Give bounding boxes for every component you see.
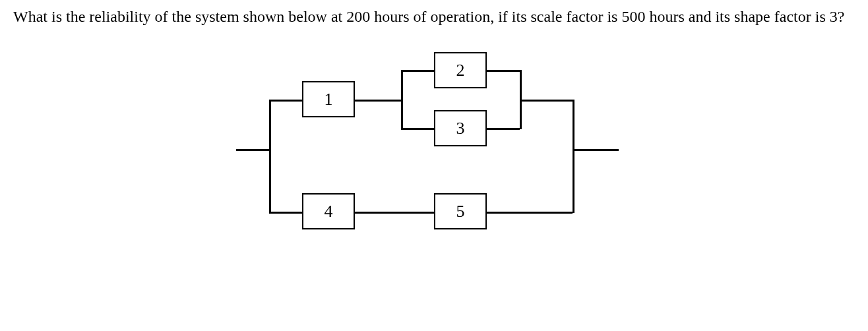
- wire-bottom-a: [269, 212, 302, 214]
- block-2: 2: [434, 52, 487, 88]
- wire-left-split: [269, 100, 271, 213]
- wire-entry: [236, 149, 269, 151]
- block-1-label: 1: [325, 90, 333, 109]
- wire-exit: [573, 149, 619, 151]
- wire-from-3: [487, 128, 520, 130]
- block-4: 4: [302, 193, 355, 229]
- reliability-block-diagram: 1 2 3 4 5: [236, 47, 632, 245]
- block-3-label: 3: [456, 119, 465, 138]
- wire-bottom-c: [487, 212, 573, 214]
- block-2-label: 2: [456, 61, 465, 80]
- block-3: 3: [434, 110, 487, 146]
- block-4-label: 4: [325, 202, 333, 222]
- question-text: What is the reliability of the system sh…: [13, 7, 855, 27]
- block-5: 5: [434, 193, 487, 229]
- wire-top-a: [269, 100, 302, 102]
- block-5-label: 5: [456, 202, 465, 222]
- wire-to-2: [401, 70, 434, 72]
- wire-from-2: [487, 70, 520, 72]
- wire-bottom-b: [355, 212, 434, 214]
- wire-to-3: [401, 128, 434, 130]
- wire-top-b: [355, 100, 401, 102]
- wire-right-join: [573, 100, 574, 213]
- wire-23-left-split: [401, 70, 403, 129]
- block-1: 1: [302, 81, 355, 117]
- wire-top-c: [520, 100, 573, 102]
